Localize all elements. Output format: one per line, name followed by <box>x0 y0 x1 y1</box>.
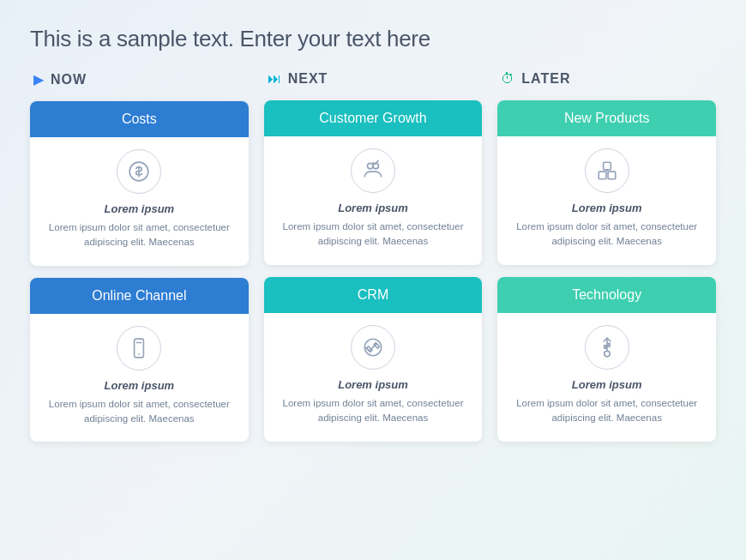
handshake-icon <box>351 325 395 370</box>
card-technology-header: Technology <box>497 277 716 313</box>
column-later: ⏱ LATER New Products <box>497 71 716 442</box>
card-new-products: New Products Lorem ipsum Lorem ip <box>497 100 716 265</box>
later-icon: ⏱ <box>501 71 514 87</box>
card-customer-growth-body: Lorem ipsum Lorem ipsum dolor sit amet, … <box>264 136 483 265</box>
svg-point-4 <box>368 163 374 169</box>
card-online-channel-subtitle: Lorem ipsum <box>105 379 175 392</box>
column-next: ⏭ NEXT Customer Growth Lorem ipsum <box>264 71 483 442</box>
card-online-channel-text: Lorem ipsum dolor sit amet, consectetuer… <box>44 397 235 427</box>
column-header-now: ▶ NOW <box>30 71 249 87</box>
next-label: NEXT <box>288 71 328 87</box>
card-costs-text: Lorem ipsum dolor sit amet, consectetuer… <box>44 220 235 250</box>
svg-rect-8 <box>608 172 616 179</box>
next-icon: ⏭ <box>268 71 281 87</box>
mobile-icon <box>117 326 161 370</box>
card-new-products-subtitle: Lorem ipsum <box>572 202 642 214</box>
card-technology-text: Lorem ipsum dolor sit amet, consectetuer… <box>511 396 702 426</box>
card-costs-subtitle: Lorem ipsum <box>105 202 175 215</box>
card-new-products-body: Lorem ipsum Lorem ipsum dolor sit amet, … <box>497 136 716 265</box>
dollar-icon <box>117 149 161 194</box>
card-customer-growth-header: Customer Growth <box>264 100 483 136</box>
people-icon <box>351 148 395 193</box>
card-customer-growth-subtitle: Lorem ipsum <box>338 202 408 214</box>
main-title: This is a sample text. Enter your text h… <box>30 26 716 52</box>
card-technology-body: Lorem ipsum Lorem ipsum dolor sit amet, … <box>497 313 716 442</box>
column-header-next: ⏭ NEXT <box>264 71 483 87</box>
card-crm: CRM Lorem ipsum Lorem ipsum dolor sit am… <box>264 277 483 442</box>
svg-rect-7 <box>599 172 606 179</box>
card-new-products-text: Lorem ipsum dolor sit amet, consectetuer… <box>511 220 702 250</box>
now-label: NOW <box>51 72 87 87</box>
usb-icon <box>585 325 629 370</box>
svg-rect-9 <box>603 162 611 170</box>
later-label: LATER <box>521 71 570 87</box>
column-header-later: ⏱ LATER <box>497 71 716 87</box>
card-costs: Costs Lorem ipsum Lorem ipsum dolor sit … <box>30 101 249 266</box>
card-online-channel-header: Online Channel <box>30 278 249 314</box>
column-now: ▶ NOW Costs Lorem ipsum Lorem ipsum dolo… <box>30 71 249 442</box>
card-customer-growth: Customer Growth Lorem ipsum Lorem ipsum … <box>264 100 483 265</box>
columns-container: ▶ NOW Costs Lorem ipsum Lorem ipsum dolo… <box>30 71 716 442</box>
boxes-icon <box>585 148 629 193</box>
card-technology: Technology Lorem ipsum Lorem ipsum dolor… <box>497 277 716 442</box>
card-online-channel: Online Channel Lorem ipsum Lorem ipsum d… <box>30 278 249 443</box>
card-crm-header: CRM <box>264 277 483 313</box>
card-new-products-header: New Products <box>497 100 716 136</box>
card-online-channel-body: Lorem ipsum Lorem ipsum dolor sit amet, … <box>30 314 249 443</box>
card-crm-body: Lorem ipsum Lorem ipsum dolor sit amet, … <box>264 313 483 442</box>
now-icon: ▶ <box>33 71 44 87</box>
card-customer-growth-text: Lorem ipsum dolor sit amet, consectetuer… <box>278 220 469 250</box>
card-costs-header: Costs <box>30 101 249 137</box>
card-crm-text: Lorem ipsum dolor sit amet, consectetuer… <box>278 396 469 426</box>
svg-point-13 <box>604 351 610 357</box>
card-technology-subtitle: Lorem ipsum <box>572 378 642 391</box>
card-crm-subtitle: Lorem ipsum <box>338 378 408 391</box>
card-costs-body: Lorem ipsum Lorem ipsum dolor sit amet, … <box>30 137 249 266</box>
page-wrapper: This is a sample text. Enter your text h… <box>0 0 746 560</box>
